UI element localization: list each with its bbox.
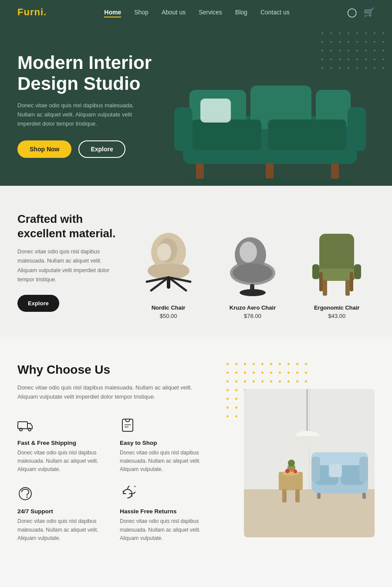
svg-rect-59 [311,457,320,482]
crafted-explore-button[interactable]: Explore [17,295,59,312]
shipping-icon [17,417,107,436]
ergonomic-chair-svg [306,221,367,299]
svg-rect-7 [348,107,366,151]
crafted-description: Donec vitae odio quis nisl dapibus males… [17,247,118,284]
returns-icon [120,486,209,505]
chair-1-price: $50.00 [131,313,206,319]
svg-rect-34 [345,280,350,296]
feature-shipping: Fast & Free Shipping Donec vitae odio qu… [17,417,107,474]
shop-now-button[interactable]: Shop Now [17,140,71,158]
nav-item-home[interactable]: Home [104,8,121,16]
chair-3-name: Ergonomic Chair [299,304,375,311]
svg-rect-11 [200,99,231,123]
svg-rect-37 [18,422,27,429]
crafted-inner: Crafted with excellent material. Donec v… [17,212,375,319]
svg-rect-21 [167,276,170,289]
cart-icon[interactable]: 🛒 [364,7,375,17]
hero-section: Modern Interior Design Studio Donec vita… [0,24,392,186]
why-left: Why Choose Us Donec vitae odio quis nisl… [17,363,209,543]
chair-2-name: Kruzo Aero Chair [215,304,290,311]
explore-button[interactable]: Explore [78,140,125,158]
navbar: Furni. Home Shop About us Services Blog … [0,0,392,24]
svg-rect-4 [192,119,261,150]
hero-description: Donec vitae odio quis nisl dapibus males… [17,101,148,128]
svg-rect-32 [354,264,361,279]
feature-returns: Hassle Free Returns Donec vitae odio qui… [120,486,209,543]
svg-rect-40 [122,419,133,431]
why-section: Why Choose Us Donec vitae odio quis nisl… [0,337,392,569]
svg-point-44 [27,497,28,498]
hero-image-area [148,24,392,186]
kruzo-chair-svg [222,221,283,299]
svg-rect-10 [331,163,339,179]
chair-card-3: Ergonomic Chair $43.00 [299,212,375,319]
hero-title: Modern Interior Design Studio [17,52,166,95]
svg-rect-51 [282,489,287,502]
svg-point-22 [157,243,171,261]
nav-item-blog[interactable]: Blog [235,8,247,16]
hero-content: Modern Interior Design Studio Donec vita… [17,52,166,158]
svg-rect-5 [268,119,346,150]
chair-1-name: Nordic Chair [131,304,206,311]
crafted-section: Crafted with excellent material. Donec v… [0,186,392,337]
crafted-title: Crafted with excellent material. [17,212,118,240]
chair-image-1 [131,212,206,299]
site-logo[interactable]: Furni. [17,7,47,18]
features-grid: Fast & Free Shipping Donec vitae odio qu… [17,417,209,543]
nav-links: Home Shop About us Services Blog Contact… [104,8,290,16]
feature-2-title: Easy to Shop [120,440,209,446]
svg-rect-6 [174,107,193,151]
svg-rect-46 [244,489,375,537]
chair-card-1: Nordic Chair $50.00 [131,212,206,319]
svg-point-25 [240,242,257,263]
svg-rect-63 [329,464,342,477]
svg-point-65 [285,469,290,473]
chair-2-price: $78.00 [215,313,290,319]
nav-item-contact[interactable]: Contact us [260,8,290,16]
svg-point-38 [20,428,22,431]
feature-easy-shop: Easy to Shop Donec vitae odio quis nisl … [120,417,209,474]
room-image [244,389,375,537]
nav-icons: ◯ 🛒 [347,7,375,17]
chair-card-2: Kruzo Aero Chair $78.00 [215,212,290,319]
svg-rect-31 [312,264,319,279]
svg-point-67 [294,470,297,473]
chair-image-2 [215,212,290,299]
svg-rect-62 [362,493,366,499]
feature-3-desc: Donec vitae odio quis nisl dapibus males… [17,517,107,543]
room-svg [244,389,375,537]
nav-item-about[interactable]: About us [162,8,186,16]
sofa-image [157,46,383,186]
user-icon[interactable]: ◯ [347,7,357,17]
nav-item-services[interactable]: Services [199,8,222,16]
nav-item-shop[interactable]: Shop [134,8,149,16]
svg-rect-60 [359,457,368,482]
feature-1-title: Fast & Free Shipping [17,440,107,446]
svg-rect-33 [323,280,327,296]
feature-support: 24/7 Support Donec vitae odio quis nisl … [17,486,107,543]
feature-3-title: 24/7 Support [17,508,107,515]
shop-icon [120,417,209,436]
crafted-text: Crafted with excellent material. Donec v… [17,212,118,312]
why-right [226,363,375,543]
svg-rect-35 [319,272,323,291]
logo-dot: . [44,7,47,17]
hero-buttons: Shop Now Explore [17,140,166,158]
svg-point-28 [240,289,266,296]
svg-rect-61 [317,493,321,499]
why-description: Donec vitae odio quis nisl dapibus males… [17,383,209,402]
svg-point-39 [28,428,31,431]
why-title: Why Choose Us [17,363,209,377]
feature-4-title: Hassle Free Returns [120,508,209,515]
svg-point-12 [183,178,357,185]
svg-rect-30 [318,269,355,281]
svg-point-54 [288,460,295,467]
logo-text: Furni [17,7,44,17]
svg-point-66 [290,468,294,472]
svg-rect-36 [350,272,353,291]
svg-rect-52 [295,489,300,502]
feature-1-desc: Donec vitae odio quis nisl dapibus males… [17,449,107,474]
feature-4-desc: Donec vitae odio quis nisl dapibus males… [120,517,209,543]
feature-2-desc: Donec vitae odio quis nisl dapibus males… [120,449,209,474]
support-icon [17,486,107,505]
